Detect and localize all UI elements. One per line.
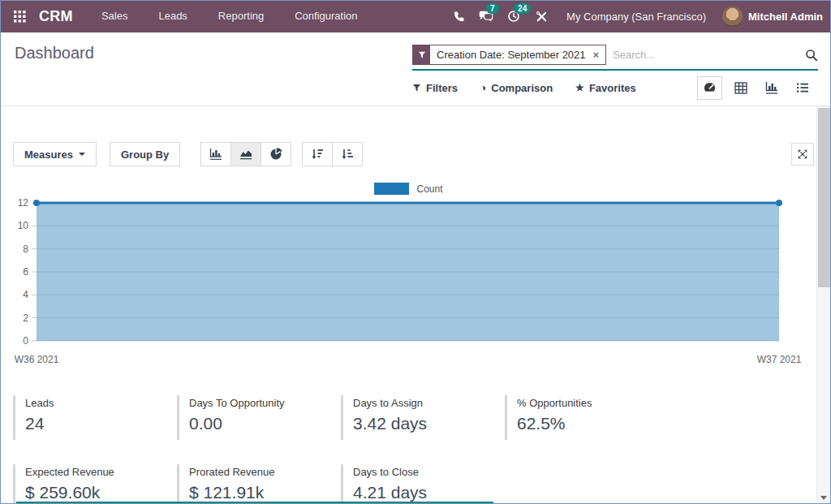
- menu-leads[interactable]: Leads: [143, 0, 202, 32]
- kpi-row-2: Expected Revenue $ 259.60k Prorated Reve…: [13, 464, 505, 504]
- favorites-button[interactable]: ★ Favorites: [575, 82, 636, 94]
- facet-label: Creation Date: September 2021: [437, 49, 586, 61]
- dashboard-content: Measures Group By: [0, 106, 817, 504]
- control-panel: Dashboard Creation Date: September 2021 …: [0, 32, 831, 106]
- view-dashboard-button[interactable]: [697, 76, 722, 100]
- kpi-label: Days To Opportunity: [189, 397, 341, 409]
- sort-descending-button[interactable]: [302, 142, 333, 166]
- kpi-label: Days to Close: [353, 466, 505, 478]
- top-navbar: CRM Sales Leads Reporting Configuration …: [0, 0, 831, 32]
- comparison-button[interactable]: ◑ Comparison: [480, 82, 553, 94]
- legend-label: Count: [416, 183, 442, 195]
- menu-sales[interactable]: Sales: [86, 0, 144, 32]
- svg-text:2: 2: [23, 312, 28, 324]
- search-area: Creation Date: September 2021 ×: [412, 45, 818, 71]
- kpi-value: 0.00: [189, 414, 341, 433]
- svg-text:10: 10: [18, 220, 29, 231]
- search-facet-creation-date[interactable]: Creation Date: September 2021 ×: [412, 45, 606, 65]
- kpi-value: $ 121.91k: [189, 483, 341, 502]
- filters-label: Filters: [426, 82, 458, 94]
- measures-button[interactable]: Measures: [13, 142, 97, 166]
- user-menu[interactable]: Mitchell Admin: [722, 6, 823, 27]
- expand-arrows-icon: [797, 149, 808, 160]
- wrench-icon: [536, 11, 548, 23]
- kpi-label: Expected Revenue: [25, 466, 177, 478]
- navbar-right: 7 24 My Company (San Francisco) Mitchell…: [445, 0, 831, 32]
- apps-grid-icon[interactable]: [11, 7, 28, 25]
- filter-funnel-icon: [418, 51, 426, 59]
- kpi-row-1: Leads 24 Days To Opportunity 0.00 Days t…: [13, 395, 669, 440]
- search-submit[interactable]: [802, 49, 818, 62]
- comparison-icon: ◑: [480, 83, 486, 93]
- view-graph-button[interactable]: [759, 76, 784, 100]
- kpi-label: Leads: [25, 397, 177, 409]
- sort-desc-icon: [311, 149, 324, 160]
- company-switcher[interactable]: My Company (San Francisco): [566, 11, 706, 23]
- activities-button[interactable]: 24: [500, 0, 527, 32]
- menu-configuration[interactable]: Configuration: [279, 0, 372, 32]
- facet-remove-icon[interactable]: ×: [593, 50, 600, 60]
- vertical-scrollbar[interactable]: [816, 106, 831, 504]
- kpi-opportunities-percent[interactable]: % Opportunities 62.5%: [505, 395, 669, 440]
- kpi-days-to-assign[interactable]: Days to Assign 3.42 days: [341, 395, 505, 440]
- messages-button[interactable]: 7: [472, 0, 500, 32]
- svg-text:W37 2021: W37 2021: [757, 354, 802, 365]
- app-brand[interactable]: CRM: [39, 8, 73, 25]
- chart-type-area-button[interactable]: [230, 142, 261, 166]
- phone-icon: [453, 11, 465, 23]
- chart-legend[interactable]: Count: [0, 183, 817, 195]
- magnifier-icon: [805, 49, 818, 62]
- legend-swatch: [374, 183, 409, 195]
- chart-type-bar-button[interactable]: [200, 142, 231, 166]
- caret-down-icon: [79, 153, 85, 156]
- graph-toolbar: Measures Group By: [13, 142, 814, 166]
- crm-dashboard-window: CRM Sales Leads Reporting Configuration …: [0, 0, 831, 504]
- search-input[interactable]: [606, 47, 802, 62]
- kpi-prorated-revenue[interactable]: Prorated Revenue $ 121.91k: [177, 464, 341, 504]
- messages-count-badge: 7: [486, 3, 499, 14]
- page-title: Dashboard: [15, 44, 94, 62]
- svg-text:W36 2021: W36 2021: [15, 354, 59, 365]
- user-avatar: [722, 6, 743, 27]
- menu-reporting[interactable]: Reporting: [203, 0, 279, 32]
- kpi-label: % Opportunities: [517, 397, 669, 409]
- svg-text:0: 0: [23, 335, 28, 347]
- bar-graph-icon: [765, 81, 778, 94]
- chart-type-group: [201, 142, 291, 166]
- voip-phone-button[interactable]: [445, 0, 472, 32]
- favorites-label: Favorites: [589, 82, 636, 94]
- kpi-days-to-close[interactable]: Days to Close 4.21 days: [341, 464, 505, 504]
- debug-tools-button[interactable]: [527, 0, 555, 32]
- measures-label: Measures: [24, 149, 73, 161]
- search-bar: Creation Date: September 2021 ×: [412, 45, 818, 71]
- chart-type-pie-button[interactable]: [260, 142, 291, 166]
- svg-text:6: 6: [23, 266, 28, 278]
- view-pivot-button[interactable]: [728, 76, 753, 100]
- comparison-label: Comparison: [491, 82, 553, 94]
- sort-group: [303, 142, 363, 166]
- kpi-value: 62.5%: [517, 414, 669, 433]
- sort-asc-icon: [341, 149, 354, 160]
- fullscreen-button[interactable]: [791, 143, 814, 166]
- svg-text:8: 8: [23, 243, 28, 255]
- dashboard-gauge-icon: [703, 81, 717, 95]
- filters-funnel-icon: [412, 84, 421, 93]
- kpi-expected-revenue[interactable]: Expected Revenue $ 259.60k: [13, 464, 177, 504]
- kpi-label: Prorated Revenue: [189, 466, 341, 478]
- view-list-button[interactable]: [790, 76, 815, 100]
- kpi-days-to-opportunity[interactable]: Days To Opportunity 0.00: [177, 395, 341, 440]
- filters-button[interactable]: Filters: [412, 82, 458, 94]
- group-by-button[interactable]: Group By: [110, 142, 180, 166]
- favorites-star-icon: ★: [575, 83, 584, 93]
- area-chart-icon: [239, 149, 252, 160]
- scrollbar-down-arrow[interactable]: [820, 496, 827, 500]
- kpi-value: 4.21 days: [353, 483, 505, 502]
- view-switcher: [697, 76, 815, 100]
- apps-grid-glyph: [14, 11, 26, 23]
- scrollbar-thumb[interactable]: [818, 108, 830, 287]
- kpi-value: $ 259.60k: [25, 483, 177, 502]
- group-by-label: Group By: [121, 149, 169, 161]
- sort-ascending-button[interactable]: [332, 142, 363, 166]
- filter-bar: Filters ◑ Comparison ★ Favorites: [412, 75, 815, 100]
- kpi-leads[interactable]: Leads 24: [13, 395, 177, 440]
